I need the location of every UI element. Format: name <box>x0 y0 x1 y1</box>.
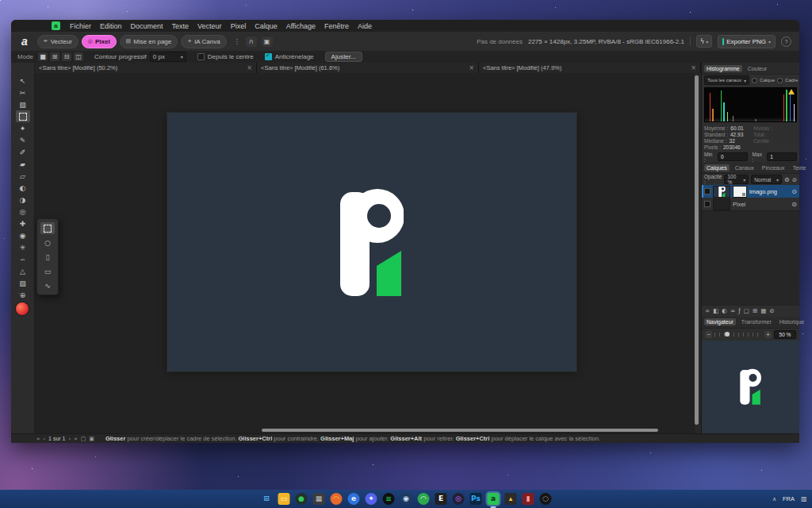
canvas-area[interactable] <box>35 73 695 433</box>
taskbar-app-green[interactable]: ● <box>296 493 308 505</box>
gradient-tool[interactable]: ▨ <box>16 277 30 289</box>
close-icon[interactable]: × <box>247 64 252 71</box>
taskbar-discord[interactable]: ✦ <box>366 493 377 505</box>
dodge-tool[interactable]: ◐ <box>16 182 30 194</box>
language-indicator[interactable]: FRA <box>783 495 795 502</box>
antialias-checkbox[interactable] <box>265 53 272 60</box>
document-tab[interactable]: <Sans titre> [Modifié] (61.6%) × <box>257 63 479 73</box>
taskbar-app-yellow[interactable]: ▴ <box>505 493 517 505</box>
feather-dropdown[interactable]: 0 px ▾ <box>150 52 186 62</box>
menu-item[interactable]: Calque <box>255 22 278 30</box>
more-tools-indicator[interactable]: ... <box>18 288 26 295</box>
zoom-slider-thumb[interactable] <box>725 332 730 337</box>
eraser-tool[interactable]: ▱ <box>16 170 30 182</box>
taskbar-photoshop[interactable]: Ps <box>470 493 482 505</box>
taskbar-steam[interactable]: ◉ <box>400 493 412 505</box>
color-indicator[interactable] <box>16 302 29 315</box>
menu-item[interactable]: Fichier <box>70 22 91 30</box>
persona-ia-canva[interactable]: ✦ IA Canva <box>181 35 226 48</box>
panel-tab[interactable]: Canaux <box>733 164 756 171</box>
taskbar-spotify[interactable]: ≡ <box>383 493 395 505</box>
taskbar-start[interactable]: ⊞ <box>261 493 273 505</box>
next-page-icon[interactable]: › <box>69 436 71 442</box>
panel-tab[interactable]: Histogramme <box>704 65 742 72</box>
layer-checkbox[interactable] <box>704 201 710 207</box>
hardware-acceleration-button[interactable]: ϟ ▾ <box>696 35 712 48</box>
paint-brush-tool[interactable]: ✐ <box>16 146 30 158</box>
snapping-icon[interactable]: ∩ <box>246 37 257 47</box>
layer-row[interactable]: Pixel ⊙ <box>702 198 799 210</box>
elliptical-marquee-option[interactable]: ○ <box>40 237 55 248</box>
link-layers-icon[interactable]: ∞ <box>705 307 710 314</box>
mask-layer-icon[interactable]: ◧ <box>713 307 718 314</box>
zoom-out-button[interactable]: − <box>705 331 712 338</box>
menu-item[interactable]: Pixel <box>231 22 247 30</box>
close-icon[interactable]: × <box>469 64 474 71</box>
intersect-selection-icon[interactable]: ◫ <box>74 52 83 61</box>
live-filter-icon[interactable]: ≈ <box>730 307 735 314</box>
persona-pixel[interactable]: ◎ Pixel <box>82 35 117 48</box>
previous-page-icon[interactable]: ‹ <box>43 436 45 442</box>
taskbar-app-gray[interactable]: ▦ <box>313 493 325 505</box>
pencil-tool[interactable]: ✎ <box>16 134 30 146</box>
group-layers-icon[interactable]: ▢ <box>744 307 749 314</box>
persona-vecteur[interactable]: ✒ Vecteur <box>37 35 79 48</box>
smudge-tool[interactable]: ∽ <box>16 253 30 265</box>
layer-lock-icon[interactable]: ⊘ <box>792 176 797 183</box>
max-input[interactable]: 1 <box>767 152 797 161</box>
burn-tool[interactable]: ◑ <box>16 194 30 206</box>
rectangular-marquee-option[interactable] <box>40 222 55 234</box>
toolbar-overflow-icon[interactable]: ⋮ <box>234 37 241 45</box>
taskbar-affinity[interactable]: a <box>488 493 500 505</box>
selection-radio[interactable] <box>777 78 783 83</box>
taskbar-file-explorer[interactable]: ▭ <box>278 493 290 505</box>
document-tab[interactable]: <Sans titre> [Modifié] (47.9%) × <box>479 63 701 73</box>
add-selection-icon[interactable]: ⊞ <box>50 52 59 61</box>
taskbar-xbox[interactable]: ◠ <box>418 493 430 505</box>
tray-partial-icon[interactable]: ▥ <box>801 495 809 503</box>
visibility-eye-icon[interactable]: ⊙ <box>791 188 797 195</box>
visibility-eye-icon[interactable]: ⊙ <box>791 201 797 208</box>
menu-item[interactable]: Texte <box>172 22 190 30</box>
move-tool[interactable]: ↖ <box>16 75 30 87</box>
add-page-icon[interactable]: ▣ <box>89 436 94 442</box>
help-icon[interactable]: ? <box>781 37 791 47</box>
insert-target-icon[interactable]: ▣ <box>262 37 273 47</box>
panel-tab[interactable]: Pinceaux <box>760 164 787 171</box>
rectangular-marquee-tool[interactable] <box>16 110 30 122</box>
taskbar-edge-browser[interactable]: e <box>348 493 360 505</box>
min-input[interactable]: 0 <box>718 152 748 161</box>
blemish-removal-tool[interactable]: ✳ <box>16 241 30 253</box>
document-artboard[interactable] <box>167 113 576 371</box>
flood-select-tool[interactable]: ✦ <box>16 122 30 134</box>
selection-brush-tool[interactable]: ▧ <box>16 98 30 110</box>
vertical-scrollbar[interactable] <box>695 75 699 425</box>
horizontal-scrollbar[interactable] <box>262 429 658 432</box>
zoom-in-button[interactable]: + <box>764 331 772 338</box>
menu-item[interactable]: Document <box>131 22 163 30</box>
menu-item[interactable]: Edition <box>100 22 122 30</box>
taskbar-gog[interactable]: ◌ <box>540 493 552 505</box>
panel-tab[interactable]: Texte <box>791 164 809 171</box>
zoom-slider[interactable] <box>714 332 762 337</box>
navigator-preview[interactable] <box>702 341 799 434</box>
taskbar-epic-games[interactable]: E <box>435 493 447 505</box>
row-marquee-option[interactable]: ▭ <box>40 265 55 277</box>
crop-tool[interactable]: ✂ <box>16 87 30 98</box>
opacity-dropdown[interactable]: 100 % ▾ <box>724 175 749 184</box>
layer-effects-icon[interactable]: ƒ <box>738 307 741 314</box>
close-icon[interactable]: × <box>691 64 696 71</box>
taskbar-app-red[interactable]: ▮ <box>523 493 534 505</box>
layer-row[interactable]: imago.png ⊙ <box>702 185 799 198</box>
pixel-tool[interactable]: ▰ <box>16 158 30 170</box>
layer-radio[interactable] <box>752 78 757 83</box>
clone-stamp-tool[interactable]: ◎ <box>16 206 30 217</box>
subtract-selection-icon[interactable]: ⊟ <box>62 52 71 61</box>
blend-mode-dropdown[interactable]: Normal ▾ <box>751 175 782 184</box>
panel-tab[interactable]: Navigateur <box>704 318 736 325</box>
red-eye-tool[interactable]: ◉ <box>16 229 30 241</box>
persona-mise-en-page[interactable]: ▤ Mise en page <box>120 35 178 48</box>
new-selection-icon[interactable]: ■ <box>38 52 48 61</box>
menu-item[interactable]: Vecteur <box>197 22 222 30</box>
panel-tab[interactable]: Calques <box>704 164 730 171</box>
